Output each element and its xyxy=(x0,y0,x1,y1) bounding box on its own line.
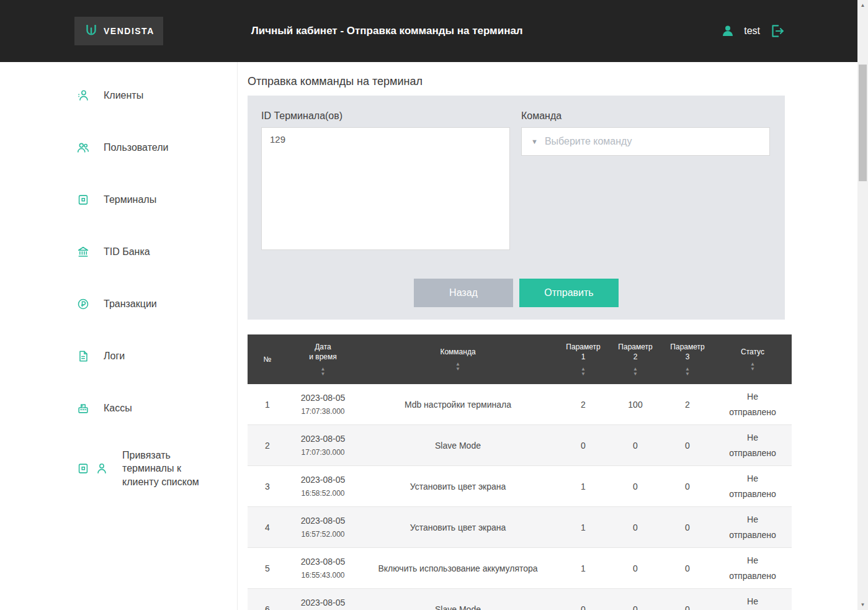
sidebar-item-label: Клиенты xyxy=(104,89,143,102)
row-param3: 0 xyxy=(661,507,714,548)
sidebar-item-label: Терминалы xyxy=(104,193,156,207)
terminal-id-input[interactable]: 129 xyxy=(261,127,510,250)
top-bar: VENDISTA Личный кабинет - Отправка комма… xyxy=(0,0,868,62)
command-label: Команда xyxy=(521,110,770,122)
row-param3: 0 xyxy=(661,548,714,589)
table-row: 12023-08-0517:07:38.000Mdb настройки тер… xyxy=(248,384,792,425)
sidebar-item-transactions[interactable]: Транзакции xyxy=(0,278,237,330)
sidebar-item-label: Транзакции xyxy=(104,297,157,311)
sidebar-item-label: TID Банка xyxy=(104,245,150,259)
table-row: 52023-08-0516:55:43.000Включить использо… xyxy=(248,548,792,589)
row-param2: 0 xyxy=(609,425,661,466)
row-number: 2 xyxy=(248,425,287,466)
sidebar-item-label: Привязать терминалы к клиенту списком xyxy=(122,449,215,489)
row-status: Не отправлено xyxy=(714,425,792,466)
sort-icon[interactable]: ▲▼ xyxy=(633,367,638,377)
sort-icon[interactable]: ▲▼ xyxy=(581,367,586,377)
column-header[interactable]: Параметр3▲▼ xyxy=(661,334,714,384)
row-param3: 0 xyxy=(661,589,714,610)
sidebar-item-label: Логи xyxy=(104,349,125,363)
commands-table: №Датаи время▲▼Комманда▲▼Параметр1▲▼Парам… xyxy=(248,334,792,610)
command-select-placeholder: Выберите команду xyxy=(545,136,632,147)
table-row: 32023-08-0516:58:52.000Установить цвет э… xyxy=(248,466,792,507)
column-header[interactable]: Параметр1▲▼ xyxy=(557,334,609,384)
sidebar-item-cash-registers[interactable]: Кассы xyxy=(0,382,237,434)
header-title: Личный кабинет - Отправка комманды на те… xyxy=(251,25,523,37)
row-status: Не отправлено xyxy=(714,466,792,507)
table-row: 42023-08-0516:57:52.000Установить цвет э… xyxy=(248,507,792,548)
sidebar-item-logs[interactable]: Логи xyxy=(0,330,237,382)
row-status: Не отправлено xyxy=(714,507,792,548)
row-param1: 0 xyxy=(557,425,609,466)
sidebar-item-label: Пользователи xyxy=(104,141,168,155)
row-command: Включить использование аккумулятора xyxy=(359,548,557,589)
table-header: №Датаи время▲▼Комманда▲▼Параметр1▲▼Парам… xyxy=(248,334,792,384)
column-header[interactable]: Датаи время▲▼ xyxy=(287,334,359,384)
scroll-up-arrow-icon[interactable]: ▲ xyxy=(857,0,868,11)
row-param2: 0 xyxy=(609,466,661,507)
row-number: 5 xyxy=(248,548,287,589)
back-button[interactable]: Назад xyxy=(414,279,513,307)
row-command: Slave Mode xyxy=(359,425,557,466)
bank-icon xyxy=(76,245,90,259)
row-param2: 0 xyxy=(609,589,661,610)
row-param3: 0 xyxy=(661,425,714,466)
sidebar-item-label: Кассы xyxy=(104,401,132,415)
row-command: Mdb настройки терминала xyxy=(359,384,557,425)
sidebar-item-tid-bank[interactable]: TID Банка xyxy=(0,226,237,278)
row-param1: 0 xyxy=(557,589,609,610)
row-status: Не отправлено xyxy=(714,384,792,425)
cash-register-icon xyxy=(76,401,90,415)
row-param1: 1 xyxy=(557,466,609,507)
row-param1: 1 xyxy=(557,548,609,589)
sort-icon[interactable]: ▲▼ xyxy=(455,362,460,372)
command-form-card: ID Терминала(ов) 129 Команда ▼ Выберите … xyxy=(248,96,785,320)
row-datetime: 2023-08-0516:58:52.000 xyxy=(287,466,359,507)
row-number: 1 xyxy=(248,384,287,425)
link-terminals-client-icon xyxy=(76,462,109,475)
vendista-logo[interactable]: VENDISTA xyxy=(74,17,163,45)
table-row: 22023-08-0517:07:30.000Slave Mode000Не о… xyxy=(248,425,792,466)
scroll-down-arrow-icon[interactable]: ▼ xyxy=(857,599,868,610)
sidebar-item-link-terminals[interactable]: Привязать терминалы к клиенту списком xyxy=(0,434,237,503)
sort-icon[interactable]: ▲▼ xyxy=(750,362,755,372)
logs-icon xyxy=(76,349,90,363)
row-number: 6 xyxy=(248,589,287,610)
users-icon xyxy=(76,141,90,155)
row-param2: 0 xyxy=(609,507,661,548)
chevron-down-icon: ▼ xyxy=(531,138,538,145)
page-title: Отправка комманды на терминал xyxy=(248,75,868,88)
scrollbar-thumb[interactable] xyxy=(859,65,867,181)
sidebar-item-clients[interactable]: Клиенты xyxy=(0,70,237,122)
row-command: Установить цвет экрана xyxy=(359,466,557,507)
transactions-icon xyxy=(76,297,90,311)
vertical-scrollbar[interactable]: ▲ ▼ xyxy=(857,0,868,610)
user-icon xyxy=(720,24,735,38)
row-param1: 1 xyxy=(557,507,609,548)
sort-icon[interactable]: ▲▼ xyxy=(685,367,690,377)
column-header[interactable]: Комманда▲▼ xyxy=(359,334,557,384)
row-datetime: 2023-08-0516:55:43.000 xyxy=(287,548,359,589)
column-header[interactable]: Параметр2▲▼ xyxy=(609,334,661,384)
row-datetime: 2023-08-0516:57:52.000 xyxy=(287,507,359,548)
sidebar: Клиенты Пользователи Терминалы xyxy=(0,62,238,610)
sidebar-item-users[interactable]: Пользователи xyxy=(0,122,237,174)
main-content: Отправка комманды на терминал ID Термина… xyxy=(238,62,868,610)
row-param2: 100 xyxy=(609,384,661,425)
row-param3: 0 xyxy=(661,466,714,507)
sort-icon[interactable]: ▲▼ xyxy=(321,367,326,377)
send-button[interactable]: Отправить xyxy=(519,279,619,307)
clients-icon xyxy=(76,89,90,102)
vendista-logo-icon xyxy=(83,23,99,39)
table-body: 12023-08-0517:07:38.000Mdb настройки тер… xyxy=(248,384,792,610)
row-command: Slave Mode xyxy=(359,589,557,610)
logout-icon[interactable] xyxy=(769,23,785,39)
column-header[interactable]: Статус▲▼ xyxy=(714,334,792,384)
row-param1: 2 xyxy=(557,384,609,425)
username: test xyxy=(744,25,760,37)
row-number: 4 xyxy=(248,507,287,548)
row-datetime: 2023-08-0517:07:38.000 xyxy=(287,384,359,425)
sidebar-item-terminals[interactable]: Терминалы xyxy=(0,174,237,226)
command-select[interactable]: ▼ Выберите команду xyxy=(521,127,770,156)
column-header: № xyxy=(248,334,287,384)
